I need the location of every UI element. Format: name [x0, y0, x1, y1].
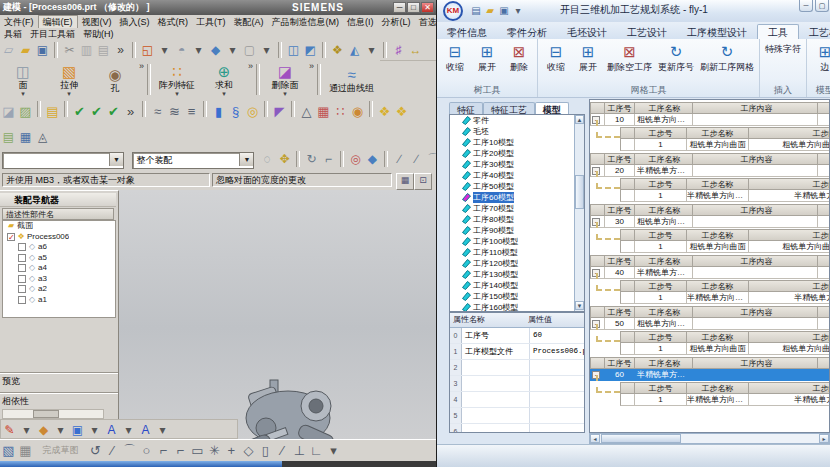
operation-row[interactable]: -40半精铣单方向曲面: [590, 267, 829, 279]
finish-sketch-button[interactable]: 完成草图: [38, 440, 82, 460]
snap-bend-icon[interactable]: ⌐: [320, 150, 337, 168]
view-cube-icon[interactable]: ◆: [207, 41, 224, 59]
copy-icon[interactable]: ▥: [78, 41, 95, 59]
km-maximize-button[interactable]: ▢: [815, 0, 829, 12]
operation-row[interactable]: -50粗铣单方向曲面: [590, 318, 829, 330]
rectangle-icon[interactable]: ▭: [189, 441, 206, 461]
navigator-hscroll-thumb[interactable]: [33, 410, 59, 418]
qat-open-icon[interactable]: ▰: [483, 4, 497, 18]
grid-collapse-button[interactable]: ⊟收缩: [540, 40, 572, 84]
text-style-icon[interactable]: A: [103, 421, 120, 439]
tree-item[interactable]: 工序110模型: [450, 247, 584, 258]
menu-item[interactable]: 帮助(H): [79, 28, 118, 40]
property-row[interactable]: 0工序号60: [450, 328, 584, 344]
selection-scope-combo[interactable]: 整个装配 ▼: [132, 152, 254, 169]
blocks2-icon[interactable]: ❖: [393, 100, 410, 124]
step-row[interactable]: 1粗铣单方向曲面粗铣单方向曲面3，留余量: [620, 343, 829, 355]
navigator-title[interactable]: 装配导航器: [0, 193, 116, 207]
vscroll-up-icon[interactable]: ▲: [575, 115, 584, 124]
taskbar-strip[interactable]: [0, 461, 282, 467]
chamfer-icon[interactable]: ⌐: [172, 441, 189, 461]
point-icon[interactable]: +: [223, 441, 240, 461]
navigator-item[interactable]: ◇a2: [3, 284, 115, 295]
cylinder-icon[interactable]: ▮: [210, 100, 227, 124]
dropdown-caret[interactable]: ▾: [175, 91, 179, 97]
detail-icon[interactable]: ≡: [183, 100, 200, 124]
material-icon[interactable]: ▣: [69, 421, 86, 439]
step-row[interactable]: 1粗铣单方向曲面粗铣单方向曲面1，留余量: [620, 139, 829, 151]
km-minimize-button[interactable]: ─: [799, 0, 813, 12]
overflow-chevron[interactable]: »: [122, 100, 139, 124]
table-icon[interactable]: ▦: [17, 128, 34, 146]
hscroll-right-icon[interactable]: ▸: [819, 434, 829, 443]
hscroll-thumb[interactable]: [601, 434, 681, 443]
dropdown-caret[interactable]: ▾: [21, 91, 25, 97]
clip-view-icon[interactable]: ⊡: [414, 173, 432, 190]
step-row[interactable]: 1半精铣单方向曲面半精铣单方向曲面2: [620, 292, 829, 304]
snap-rollback-icon[interactable]: ◌: [259, 150, 276, 168]
unite-button[interactable]: ⊕求和▾: [201, 60, 247, 99]
tree-item[interactable]: 毛坯: [450, 126, 584, 137]
qat-new-icon[interactable]: ▤: [469, 4, 483, 18]
fillet-icon[interactable]: ⌐: [155, 441, 172, 461]
tree-item[interactable]: 零件: [450, 115, 584, 126]
snap-rotate-icon[interactable]: ↻: [303, 150, 320, 168]
dialog-rail-icon[interactable]: ▦: [396, 173, 414, 190]
shaded-view-icon[interactable]: ◓: [173, 41, 190, 59]
property-row[interactable]: 1工序模型文件Process006.p: [450, 344, 584, 360]
overflow-chevron[interactable]: »: [112, 41, 129, 59]
move-object-icon[interactable]: ◫: [285, 41, 302, 59]
polygon-icon[interactable]: ✳: [206, 441, 223, 461]
snap-handle-icon[interactable]: ✥: [276, 150, 293, 168]
navigator-item[interactable]: ◇a5: [3, 253, 115, 264]
dropdown-caret[interactable]: ▾: [67, 91, 71, 97]
measure-icon[interactable]: ↔: [407, 41, 424, 59]
check-assembly-icon[interactable]: ✔: [105, 100, 122, 124]
tree-item[interactable]: 工序20模型: [450, 148, 584, 159]
arc-icon[interactable]: ⌒: [121, 441, 138, 461]
navigator-item[interactable]: ◇a6: [3, 242, 115, 253]
model-tree-vscrollbar[interactable]: ▲ ▼: [574, 115, 584, 311]
annotation-icon[interactable]: ✎: [1, 421, 18, 439]
gear-icon[interactable]: ◉: [349, 100, 366, 124]
dropdown-caret[interactable]: ▾: [18, 421, 35, 439]
close-button[interactable]: ✕: [421, 2, 434, 13]
operation-row[interactable]: -20半精铣单方向曲面: [590, 165, 829, 177]
hole-button[interactable]: ◉孔: [92, 60, 138, 99]
dropdown-caret[interactable]: ▾: [325, 441, 342, 461]
edge-button[interactable]: ⊞边: [809, 40, 830, 84]
tree-item[interactable]: 工序50模型: [450, 181, 584, 192]
dropdown-caret[interactable]: ▾: [86, 421, 103, 439]
property-row[interactable]: 3: [450, 376, 584, 392]
checkbox-empty[interactable]: [18, 296, 26, 304]
tree-item[interactable]: 工序10模型: [450, 137, 584, 148]
checkbox-empty[interactable]: [18, 243, 26, 251]
orient-object-icon[interactable]: ◩: [302, 41, 319, 59]
ellipse-icon[interactable]: ◇: [240, 441, 257, 461]
navigator-column-header[interactable]: 描述性部件名: [2, 208, 114, 220]
routing-icon[interactable]: ◬: [34, 128, 51, 146]
operation-row[interactable]: -10粗铣单方向曲面: [590, 114, 829, 126]
new-icon[interactable]: ▱: [0, 41, 17, 59]
sync-offset-icon[interactable]: ≋: [166, 100, 183, 124]
operation-row[interactable]: -60半精铣单方向曲面: [590, 369, 829, 381]
sketch-grid-icon[interactable]: ▦: [17, 441, 34, 461]
spring-icon[interactable]: §: [227, 100, 244, 124]
step-row[interactable]: 1粗铣单方向曲面粗铣单方向曲面2，留余量: [620, 241, 829, 253]
navigator-hscrollbar[interactable]: [2, 409, 104, 419]
offset-curve-icon[interactable]: ▯: [257, 441, 274, 461]
line-icon[interactable]: ∕: [104, 441, 121, 461]
navigator-item[interactable]: ▰截面: [3, 221, 115, 232]
step-row[interactable]: 1半精铣单方向曲面半精铣单方向曲面3: [620, 394, 829, 406]
dropdown-caret[interactable]: ▾: [283, 91, 287, 97]
qat-caret-icon[interactable]: ▾: [511, 4, 525, 18]
navigator-item[interactable]: ✓❖Process006: [3, 232, 115, 243]
process-table-hscrollbar[interactable]: ◂ ▸: [589, 433, 830, 444]
circle-icon[interactable]: ○: [138, 441, 155, 461]
menu-item[interactable]: 开目工具箱: [26, 28, 79, 40]
trim-icon[interactable]: ◤: [271, 100, 288, 124]
hscroll-left-icon[interactable]: ◂: [590, 434, 600, 443]
snapshot-icon[interactable]: ◆: [35, 421, 52, 439]
mirror-curve-icon[interactable]: ∕: [274, 441, 291, 461]
step-row[interactable]: 1半精铣单方向曲面半精铣单方向曲面1: [620, 190, 829, 202]
